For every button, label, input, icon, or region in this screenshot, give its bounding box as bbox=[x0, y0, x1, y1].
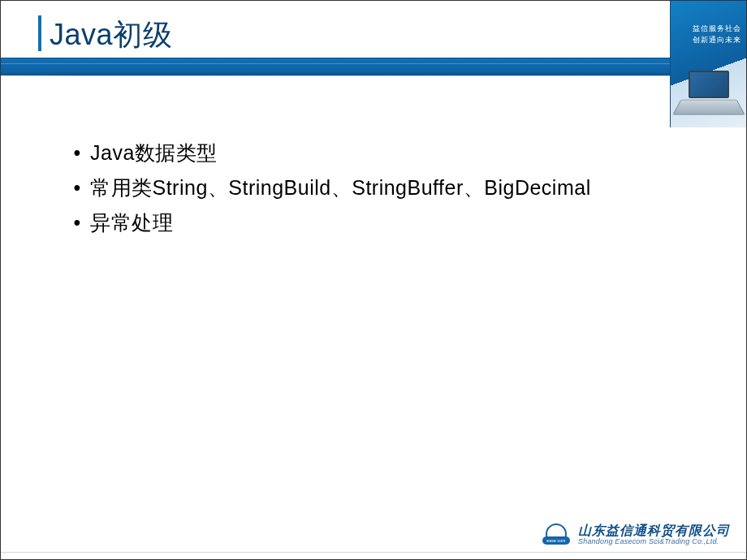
header-side-graphic: 益信服务社会 创新通向未来 bbox=[670, 1, 746, 127]
bullet-text: 常用类String、StringBuild、StringBuffer、BigDe… bbox=[90, 170, 591, 205]
title-accent-bar bbox=[38, 15, 41, 51]
list-item: • 异常处理 bbox=[64, 205, 714, 240]
bullet-icon: • bbox=[64, 136, 90, 170]
bullet-text: 异常处理 bbox=[90, 205, 173, 240]
slide-footer: ease com 山东益信通科贸有限公司 Shandong Easecom Sc… bbox=[542, 523, 730, 546]
laptop-screen-shape bbox=[689, 71, 729, 98]
list-item: • 常用类String、StringBuild、StringBuffer、Big… bbox=[64, 170, 714, 205]
slide: Java初级 益信服务社会 创新通向未来 • Java数据类型 • 常用类Str… bbox=[0, 0, 747, 560]
bullet-icon: • bbox=[64, 170, 90, 205]
company-name-en: Shandong Easecom Sci&Trading Co.,Ltd. bbox=[578, 538, 719, 546]
slogan-line-1: 益信服务社会 bbox=[693, 24, 741, 35]
laptop-keyboard-shape bbox=[672, 100, 745, 115]
header-decorative-band bbox=[1, 58, 670, 75]
list-item: • Java数据类型 bbox=[64, 136, 714, 170]
header-underline bbox=[1, 75, 746, 76]
company-slogan: 益信服务社会 创新通向未来 bbox=[693, 24, 741, 45]
slide-header: Java初级 bbox=[1, 1, 746, 71]
company-logo-icon: ease com bbox=[542, 523, 570, 546]
slide-content: • Java数据类型 • 常用类String、StringBuild、Strin… bbox=[64, 136, 714, 240]
footer-company-block: 山东益信通科贸有限公司 Shandong Easecom Sci&Trading… bbox=[578, 523, 730, 545]
company-name-cn: 山东益信通科贸有限公司 bbox=[578, 523, 730, 538]
laptop-icon bbox=[677, 71, 741, 116]
slogan-line-2: 创新通向未来 bbox=[693, 35, 741, 46]
slide-title: Java初级 bbox=[50, 15, 172, 55]
bullet-icon: • bbox=[64, 205, 90, 240]
logo-banner-text: ease com bbox=[542, 536, 570, 545]
bullet-text: Java数据类型 bbox=[90, 136, 218, 170]
footer-divider bbox=[1, 552, 746, 553]
